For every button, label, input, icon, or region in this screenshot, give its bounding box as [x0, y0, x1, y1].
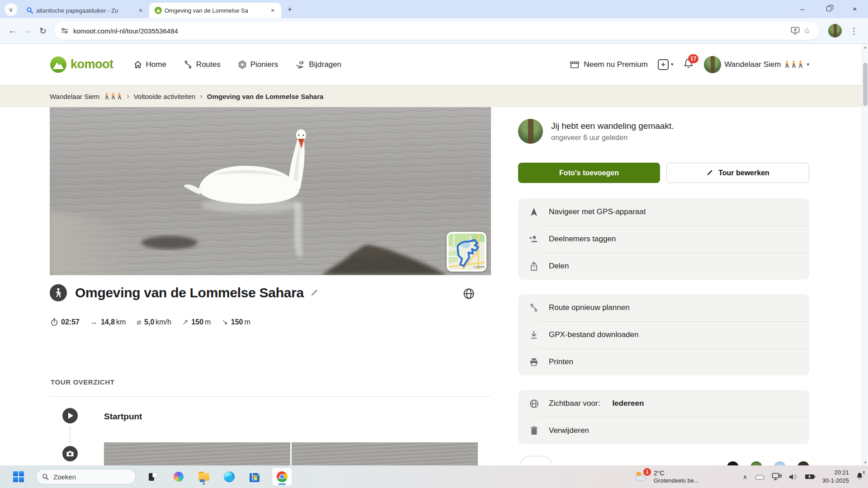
nav-routes[interactable]: Routes — [184, 60, 221, 69]
display-connect-icon[interactable] — [772, 473, 782, 481]
action-replan-route[interactable]: Route opnieuw plannen — [518, 294, 809, 321]
tour-photo[interactable] — [292, 442, 478, 465]
tour-map-thumbnail[interactable]: Lomme — [447, 232, 486, 272]
globe-icon — [529, 399, 539, 408]
bookmark-star-icon[interactable]: ☆ — [801, 25, 813, 37]
address-bar[interactable]: komoot.com/nl-nl/tour/2035536484 ☆ — [54, 22, 819, 40]
url-text[interactable]: komoot.com/nl-nl/tour/2035536484 — [73, 27, 789, 35]
action-tag-participants[interactable]: Deelnemers taggen — [518, 225, 809, 253]
new-tab-button[interactable]: + — [284, 4, 296, 15]
forward-button[interactable]: → — [20, 23, 35, 38]
participant-avatar[interactable] — [750, 461, 762, 465]
visibility-globe-icon[interactable] — [463, 288, 475, 300]
nav-label: Pioniers — [250, 60, 278, 69]
shop-icon — [570, 60, 580, 69]
start-button[interactable] — [11, 468, 26, 485]
scroll-up-arrow[interactable]: ▴ — [862, 44, 868, 51]
copilot-button[interactable] — [171, 468, 186, 485]
action-label: Verwijderen — [549, 426, 589, 435]
action-print[interactable]: Printen — [518, 348, 809, 375]
scrollbar-thumb[interactable] — [863, 63, 868, 106]
tour-hero-photo[interactable]: Lomme — [50, 107, 491, 275]
start-point-play-button[interactable] — [62, 408, 78, 423]
close-window-button[interactable]: × — [842, 0, 868, 17]
edge-button[interactable] — [222, 468, 237, 485]
map-thumbnail-graphic: Lomme — [448, 234, 485, 270]
taskbar-clock[interactable]: 20:21 30-1-2025 — [822, 469, 849, 484]
browser-tab-active[interactable]: Omgeving van de Lommelse Sa × — [149, 3, 281, 18]
action-card: Zichtbaar voor: Iedereen Verwijderen — [518, 390, 809, 444]
volume-icon[interactable] — [788, 473, 798, 481]
chrome-taskbar-button[interactable] — [272, 468, 292, 486]
komoot-logo-icon — [50, 56, 67, 73]
running-indicator — [203, 483, 205, 485]
participant-avatar[interactable] — [797, 461, 809, 465]
more-button-clipped[interactable] — [520, 456, 552, 465]
minimize-button[interactable]: – — [789, 0, 816, 17]
participant-avatar[interactable] — [774, 461, 786, 465]
participant-avatar[interactable] — [727, 461, 739, 465]
nav-pioneers[interactable]: Pioniers — [238, 60, 278, 69]
task-view-button[interactable] — [146, 468, 161, 485]
user-menu[interactable]: Wandelaar Siem ▾ — [704, 56, 809, 73]
komoot-logo[interactable]: komoot — [50, 56, 113, 73]
restore-button[interactable] — [816, 0, 842, 17]
onedrive-icon[interactable] — [754, 473, 765, 480]
weather-widget[interactable]: 1 2°C Grotendeels be... — [634, 469, 699, 484]
action-label: Deelnemers taggen — [549, 235, 616, 244]
active-window-indicator — [278, 483, 286, 485]
action-navigate-gps[interactable]: Navigeer met GPS-apparaat — [518, 198, 809, 225]
tour-title-row: Omgeving van de Lommelse Sahara — [50, 284, 491, 301]
add-photos-button[interactable]: Foto's toevoegen — [518, 163, 660, 183]
notification-bell-dnd-icon[interactable]: z — [856, 472, 863, 482]
taskbar-left: Zoeken — [11, 468, 292, 486]
tray-chevron-up-icon[interactable]: ∧ — [743, 474, 747, 480]
action-delete[interactable]: Verwijderen — [518, 417, 809, 444]
photo-waypoint-marker[interactable] — [62, 446, 78, 461]
tab-search-button[interactable]: ∨ — [5, 3, 17, 16]
edit-title-pencil-icon[interactable] — [310, 288, 319, 297]
site-settings-tune-icon[interactable] — [61, 27, 69, 35]
install-app-icon[interactable] — [789, 25, 801, 37]
create-menu-button[interactable]: + ▾ — [658, 59, 674, 70]
search-placeholder: Zoeken — [53, 473, 76, 481]
download-icon — [529, 330, 539, 340]
browser-profile-avatar[interactable] — [828, 24, 842, 38]
tour-stats: 02:57 ↔ 14,8km ⌀ 5,0km/h ↗ 150m ↘ 150m — [51, 318, 250, 326]
action-download-gpx[interactable]: GPX-bestand downloaden — [518, 321, 809, 348]
share-icon — [529, 261, 539, 271]
breadcrumb-user-link[interactable]: Wandelaar Siem — [50, 93, 99, 100]
notifications-button[interactable]: 17 — [683, 58, 694, 71]
battery-charging-icon[interactable] — [805, 474, 816, 480]
browser-menu-icon[interactable]: ⋮ — [846, 23, 862, 38]
action-share[interactable]: Delen — [518, 253, 809, 280]
back-button[interactable]: ← — [5, 23, 20, 38]
page-scrollbar[interactable]: ▴ ▾ — [862, 44, 868, 465]
browser-tab-inactive[interactable]: atlantische papegaaiduiker - Zo × — [21, 3, 149, 18]
divider — [50, 396, 491, 397]
scroll-down-arrow[interactable]: ▾ — [862, 459, 868, 465]
walking-person-icon — [791, 61, 797, 68]
nav-contribute[interactable]: Bijdragen — [295, 60, 341, 69]
windows-logo-icon — [13, 471, 24, 482]
tour-photo[interactable] — [104, 442, 290, 465]
breadcrumb: Wandelaar Siem › Voltooide activiteiten … — [0, 85, 868, 107]
tab-search-chevron-icon: ∨ — [9, 6, 13, 13]
stat-avg-speed: ⌀ 5,0km/h — [137, 318, 171, 326]
edge-icon — [224, 471, 235, 482]
breadcrumb-parent-link[interactable]: Voltooide activiteiten — [134, 93, 196, 100]
file-explorer-button[interactable] — [196, 468, 212, 485]
edit-tour-button[interactable]: Tour bewerken — [666, 163, 809, 183]
stat-unit: km — [116, 318, 126, 326]
microsoft-store-button[interactable] — [247, 468, 262, 485]
taskbar-search[interactable]: Zoeken — [36, 469, 136, 484]
premium-label: Neem nu Premium — [584, 60, 648, 69]
user-avatar[interactable] — [518, 119, 543, 144]
nav-home[interactable]: Home — [133, 60, 166, 69]
tab-close-icon[interactable]: × — [137, 6, 145, 14]
premium-button[interactable]: Neem nu Premium — [570, 60, 648, 69]
breadcrumb-current: Omgeving van de Lommelse Sahara — [207, 93, 324, 100]
reload-button[interactable]: ↻ — [35, 23, 51, 38]
action-visibility[interactable]: Zichtbaar voor: Iedereen — [518, 390, 809, 417]
tab-close-icon[interactable]: × — [269, 6, 277, 14]
